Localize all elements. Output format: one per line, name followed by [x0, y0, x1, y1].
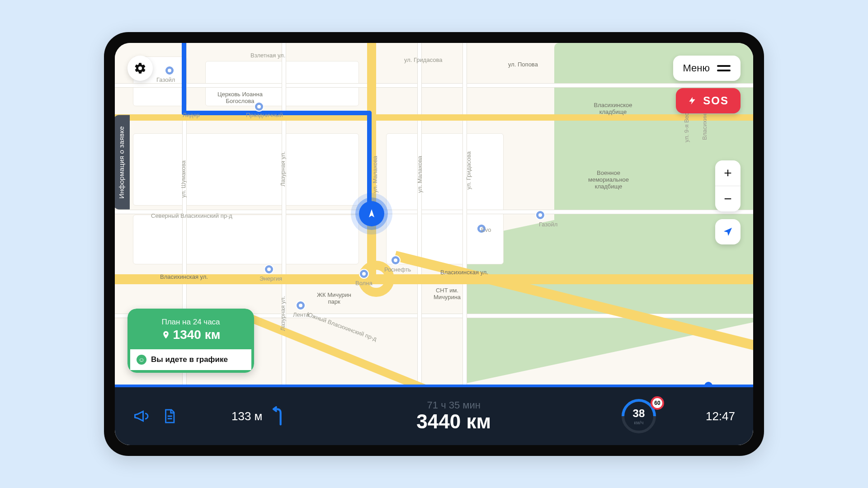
street-label: Власихинская ул.	[440, 269, 488, 276]
poi-label: Evo	[481, 226, 491, 233]
plan-card[interactable]: План на 24 часа 1340 км ☺ Вы идете в гра…	[127, 309, 254, 373]
remaining-distance: 3440 км	[290, 410, 617, 433]
speed-value: 38	[633, 407, 645, 420]
poi-label: Волна	[355, 280, 373, 286]
documents-button[interactable]	[162, 408, 177, 424]
poi-label: ЖК Мичурин парк	[314, 291, 354, 305]
street-label: Лазурная ул.	[279, 296, 286, 331]
sos-button[interactable]: SOS	[676, 88, 741, 113]
poi-label: Власихинское кладбище	[586, 102, 640, 115]
poi-label: Роснефть	[384, 266, 411, 273]
street-label: ул. Гридасова	[465, 151, 472, 190]
next-turn: 133 м	[231, 406, 286, 426]
street-label: Северный Власихинский пр-д	[151, 212, 232, 219]
zoom-in-button[interactable]: +	[715, 160, 741, 186]
street-label: ул. Шумакова	[180, 160, 187, 198]
trip-summary: 71 ч 35 мин 3440 км	[290, 399, 617, 433]
eta-duration: 71 ч 35 мин	[290, 399, 617, 411]
street-label: ул. Гридасова	[404, 56, 443, 63]
street-label: ул. Попова	[508, 61, 538, 68]
street-label: Лазурная ул.	[279, 151, 286, 187]
poi-label: Газойл	[539, 221, 557, 228]
poi-label: СНТ им. Мичурина	[431, 287, 463, 300]
plan-distance: 1340 км	[173, 328, 221, 342]
speed-unit: км/ч	[634, 420, 643, 425]
poi-label: Праздничный	[246, 112, 283, 118]
plan-card-bottom: ☺ Вы идете в графике	[130, 347, 251, 370]
lightning-icon	[688, 95, 697, 106]
route-segment	[182, 43, 186, 115]
bottom-bar: 133 м 71 ч 35 мин 3440 км 38 км/ч 60 12:…	[115, 387, 753, 445]
sos-label: SOS	[703, 94, 729, 107]
street-label: ул. Малахова	[372, 156, 378, 193]
announcements-button[interactable]	[133, 408, 149, 424]
map-block	[133, 215, 359, 264]
poi-label: Военное мемориальное кладбище	[581, 169, 636, 190]
poi-marker[interactable]	[391, 255, 401, 265]
hamburger-icon	[717, 65, 731, 71]
smile-icon: ☺	[137, 355, 146, 365]
gear-icon	[134, 62, 146, 75]
next-turn-distance: 133 м	[231, 409, 262, 423]
speed-widget: 38 км/ч 60	[622, 399, 656, 433]
request-info-tab[interactable]: Информация о заявке	[115, 115, 130, 210]
settings-button[interactable]	[127, 56, 153, 81]
poi-label: Энергия	[259, 275, 282, 282]
tablet-frame: Взлетная ул. ул. Гридасова Церковь Иоанн…	[104, 32, 764, 456]
speed-limit-value: 60	[654, 400, 660, 406]
poi-marker[interactable]	[535, 210, 545, 220]
plan-title: План на 24 часа	[135, 318, 247, 327]
minor-road	[115, 84, 753, 87]
poi-marker[interactable]	[359, 269, 369, 279]
current-location-marker	[359, 201, 384, 226]
main-road	[115, 114, 753, 121]
main-road	[115, 274, 753, 284]
route-segment	[367, 111, 372, 215]
poi-marker[interactable]	[264, 264, 274, 274]
plan-card-inner: План на 24 часа 1340 км ☺ Вы идете в гра…	[127, 309, 254, 373]
poi-label: Церковь Иоанна Богослова	[215, 91, 265, 104]
zoom-out-button[interactable]: −	[715, 186, 741, 211]
zoom-controls: + −	[715, 160, 741, 211]
screen: Взлетная ул. ул. Гридасова Церковь Иоанн…	[115, 43, 753, 445]
speed-limit-sign: 60	[651, 396, 664, 410]
plan-card-top: План на 24 часа 1340 км	[130, 311, 251, 347]
map-block	[133, 133, 359, 206]
menu-button[interactable]: Меню	[673, 56, 741, 81]
pin-icon	[161, 330, 170, 339]
plan-distance-row: 1340 км	[135, 328, 247, 342]
bottom-icons	[133, 408, 177, 424]
street-label: Власихинская ул.	[160, 273, 208, 280]
poi-label: Газойл	[156, 76, 175, 83]
recenter-button[interactable]	[715, 219, 741, 244]
side-tab-label: Информация о заявке	[118, 126, 125, 199]
poi-marker[interactable]	[165, 66, 175, 75]
location-arrow-icon	[722, 226, 733, 237]
map-block	[386, 133, 504, 264]
clock: 12:47	[706, 409, 735, 423]
navigation-arrow-icon	[366, 208, 377, 219]
street-label: ул. Малахова	[416, 156, 423, 193]
poi-marker[interactable]	[296, 300, 306, 310]
street-label: Взлетная ул.	[250, 52, 285, 59]
turn-left-icon	[270, 406, 286, 426]
menu-label: Меню	[683, 62, 710, 74]
poi-label: Лидер	[183, 112, 200, 118]
plan-status: Вы идете в графике	[151, 355, 228, 364]
